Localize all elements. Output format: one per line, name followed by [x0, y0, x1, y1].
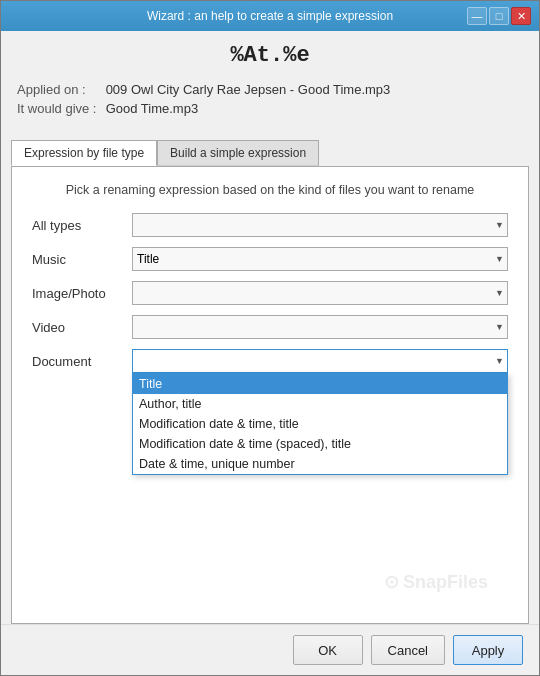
would-give-line: It would give : Good Time.mp3 — [17, 101, 523, 116]
image-photo-row: Image/Photo Date Camera model — [32, 281, 508, 305]
music-label: Music — [32, 252, 132, 267]
document-row: Document Title Author, title Modificatio… — [32, 349, 508, 373]
cancel-button[interactable]: Cancel — [371, 635, 445, 665]
maximize-button[interactable]: □ — [489, 7, 509, 25]
tab-panel: Pick a renaming expression based on the … — [11, 166, 529, 624]
applied-on-line: Applied on : 009 Owl City Carly Rae Jeps… — [17, 82, 523, 97]
header-section: %At.%e Applied on : 009 Owl City Carly R… — [1, 31, 539, 130]
close-button[interactable]: ✕ — [511, 7, 531, 25]
video-row: Video Title Date — [32, 315, 508, 339]
document-select[interactable] — [132, 349, 508, 373]
watermark-symbol: ⊙ — [384, 571, 399, 593]
window-title: Wizard : an help to create a simple expr… — [73, 9, 467, 23]
would-give-value: Good Time.mp3 — [106, 101, 199, 116]
document-label: Document — [32, 354, 132, 369]
all-types-select[interactable]: All types — [132, 213, 508, 237]
all-types-select-wrapper: All types — [132, 213, 508, 237]
document-option-mod-date-time-title[interactable]: Modification date & time, title — [133, 414, 507, 434]
video-select[interactable]: Title Date — [132, 315, 508, 339]
document-select-wrapper: Title Author, title Modification date & … — [132, 349, 508, 373]
music-row: Music Title Artist Album Track number — [32, 247, 508, 271]
tab-build-simple-expression[interactable]: Build a simple expression — [157, 140, 319, 166]
content-area: %At.%e Applied on : 009 Owl City Carly R… — [1, 31, 539, 675]
music-select[interactable]: Title Artist Album Track number — [132, 247, 508, 271]
watermark: ⊙ SnapFiles — [384, 571, 488, 593]
watermark-text: SnapFiles — [403, 572, 488, 593]
document-option-title[interactable]: Title — [133, 374, 507, 394]
panel-description: Pick a renaming expression based on the … — [32, 183, 508, 197]
document-dropdown-list: Title Author, title Modification date & … — [132, 373, 508, 475]
expression-display: %At.%e — [17, 43, 523, 68]
tab-expression-by-file-type[interactable]: Expression by file type — [11, 140, 157, 166]
all-types-label: All types — [32, 218, 132, 233]
applied-on-value: 009 Owl City Carly Rae Jepsen - Good Tim… — [106, 82, 391, 97]
main-window: Wizard : an help to create a simple expr… — [0, 0, 540, 676]
applied-on-label: Applied on : — [17, 82, 102, 97]
title-bar: Wizard : an help to create a simple expr… — [1, 1, 539, 31]
minimize-button[interactable]: — — [467, 7, 487, 25]
footer: OK Cancel Apply — [1, 624, 539, 675]
image-photo-select[interactable]: Date Camera model — [132, 281, 508, 305]
document-option-date-time-unique[interactable]: Date & time, unique number — [133, 454, 507, 474]
would-give-label: It would give : — [17, 101, 102, 116]
window-controls: — □ ✕ — [467, 7, 531, 25]
image-photo-label: Image/Photo — [32, 286, 132, 301]
tabs-container: Expression by file type Build a simple e… — [11, 140, 539, 166]
video-select-wrapper: Title Date — [132, 315, 508, 339]
music-select-wrapper: Title Artist Album Track number — [132, 247, 508, 271]
ok-button[interactable]: OK — [293, 635, 363, 665]
image-photo-select-wrapper: Date Camera model — [132, 281, 508, 305]
document-option-mod-date-spaced-title[interactable]: Modification date & time (spaced), title — [133, 434, 507, 454]
apply-button[interactable]: Apply — [453, 635, 523, 665]
document-option-author-title[interactable]: Author, title — [133, 394, 507, 414]
all-types-row: All types All types — [32, 213, 508, 237]
video-label: Video — [32, 320, 132, 335]
